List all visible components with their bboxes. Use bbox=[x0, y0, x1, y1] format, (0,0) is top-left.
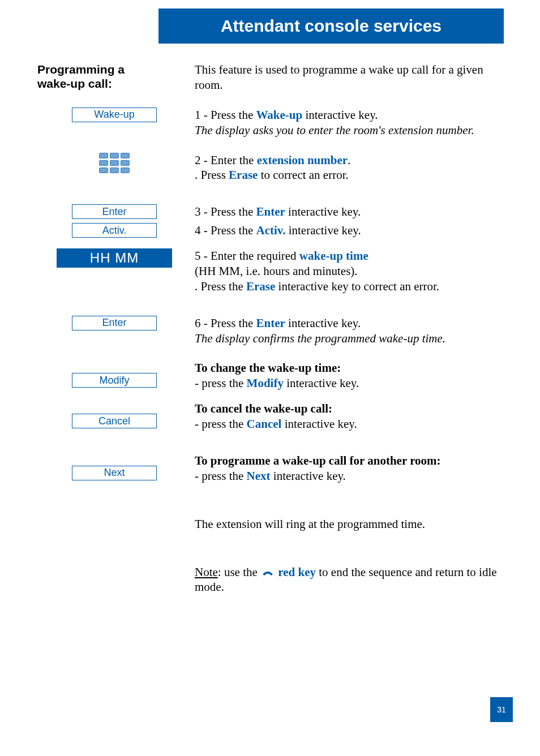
step3-text: 3 - Press the Enter interactive key. bbox=[191, 204, 512, 220]
header-bar: Attendant console services bbox=[158, 8, 504, 44]
phone-handset-icon bbox=[262, 570, 274, 577]
cancel-key[interactable]: Cancel bbox=[72, 414, 157, 428]
step5-text: 5 - Enter the required wake-up time (HH … bbox=[191, 248, 512, 294]
change-text: To change the wake-up time: - press the … bbox=[191, 360, 512, 391]
step1-text: 1 - Press the Wake-up interactive key. T… bbox=[191, 108, 512, 138]
enter-key-1[interactable]: Enter bbox=[72, 204, 157, 219]
intro-text: This feature is used to programme a wake… bbox=[191, 62, 512, 93]
conclusion-text: The extension will ring at the programme… bbox=[191, 517, 512, 532]
section-title-line2: wake-up call: bbox=[37, 77, 112, 90]
modify-key[interactable]: Modify bbox=[72, 373, 157, 388]
note-text: Note: use the red key to end the sequenc… bbox=[191, 565, 512, 595]
section-title: Programming a wake-up call: bbox=[37, 62, 125, 91]
step4-text: 4 - Press the Activ. interactive key. bbox=[191, 223, 512, 238]
next-key[interactable]: Next bbox=[72, 466, 157, 480]
keypad-icon bbox=[99, 153, 130, 173]
hhmm-display: HH MM bbox=[57, 248, 172, 268]
step6-text: 6 - Press the Enter interactive key. The… bbox=[191, 316, 512, 346]
section-title-line1: Programming a bbox=[37, 63, 125, 76]
activ-key[interactable]: Activ. bbox=[72, 223, 157, 238]
step2-text: 2 - Enter the extension number. . Press … bbox=[191, 153, 512, 183]
page-number: 31 bbox=[490, 697, 513, 722]
enter-key-2[interactable]: Enter bbox=[72, 316, 157, 330]
wakeup-key[interactable]: Wake-up bbox=[72, 108, 157, 122]
another-text: To programme a wake-up call for another … bbox=[191, 453, 512, 484]
cancel-text: To cancel the wake-up call: - press the … bbox=[191, 401, 512, 432]
header-title: Attendant console services bbox=[221, 16, 442, 36]
